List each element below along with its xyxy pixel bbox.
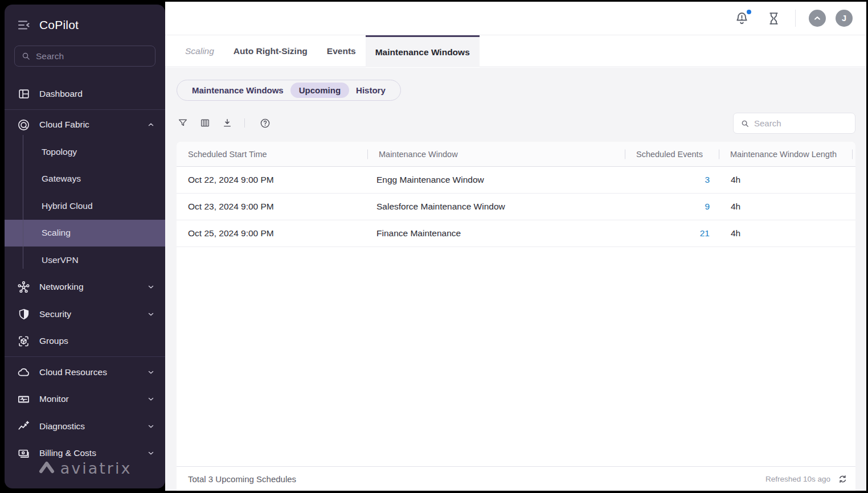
maintenance-windows-table: Scheduled Start Time Maintenance Window … xyxy=(177,142,855,466)
chevron-down-icon xyxy=(147,422,155,430)
networking-icon xyxy=(17,281,30,294)
sidebar-divider xyxy=(5,356,165,357)
sidebar-divider xyxy=(5,109,165,110)
filter-icon[interactable] xyxy=(178,118,188,128)
column-header-maintenance-window-length[interactable]: Maintenance Window Length xyxy=(719,150,855,159)
toolbar-divider xyxy=(244,118,245,128)
notification-dot xyxy=(746,9,752,15)
segment-upcoming[interactable]: Upcoming xyxy=(290,83,349,98)
table-toolbar xyxy=(178,115,282,131)
maintenance-segmented-control: Maintenance Windows Upcoming History xyxy=(177,80,401,101)
diagnostics-icon xyxy=(17,420,30,433)
sidebar-subitem-scaling[interactable]: Scaling xyxy=(5,220,165,247)
chevron-up-icon xyxy=(147,121,155,129)
cloud-icon xyxy=(17,365,30,379)
search-icon xyxy=(741,120,749,128)
scheduled-events-link[interactable]: 9 xyxy=(705,202,710,211)
sidebar-item-label: Cloud Resources xyxy=(39,367,138,377)
sidebar-nav: Dashboard Cloud Fabric Topology Gateways… xyxy=(5,80,165,467)
notifications-bell-icon[interactable] xyxy=(734,11,750,26)
scroll-top-button[interactable] xyxy=(809,10,826,27)
scheduled-events-link[interactable]: 3 xyxy=(705,175,710,184)
aviatrix-chevron-icon xyxy=(38,461,55,475)
sidebar-item-label: Cloud Fabric xyxy=(39,120,138,130)
sidebar-item-label: Diagnostics xyxy=(39,421,138,432)
column-header-scheduled-events[interactable]: Scheduled Events xyxy=(625,150,719,159)
sidebar-subitem-hybrid-cloud[interactable]: Hybrid Cloud xyxy=(5,192,165,220)
tab-bar: Scaling Auto Right-Sizing Events Mainten… xyxy=(165,35,866,67)
cell-start-time: Oct 23, 2024 9:00 PM xyxy=(177,202,367,212)
menu-collapse-icon[interactable] xyxy=(17,18,31,32)
subitem-label: Gateways xyxy=(42,174,81,184)
table-row[interactable]: Oct 23, 2024 9:00 PM Salesforce Maintena… xyxy=(177,194,855,220)
sidebar-item-monitor[interactable]: Monitor xyxy=(5,386,165,413)
refreshed-timestamp: Refreshed 10s ago xyxy=(765,475,830,483)
sidebar-item-cloud-fabric[interactable]: Cloud Fabric xyxy=(5,112,165,139)
sidebar-item-label: Monitor xyxy=(39,394,138,404)
chevron-up-icon xyxy=(813,14,822,23)
refresh-icon[interactable] xyxy=(838,474,847,484)
chevron-down-icon xyxy=(147,368,155,376)
table-body: Oct 22, 2024 9:00 PM Engg Maintenance Wi… xyxy=(177,167,855,247)
cell-window-name: Salesforce Maintenance Window xyxy=(367,202,625,212)
tasks-hourglass-icon[interactable] xyxy=(767,11,781,26)
tab-maintenance-windows[interactable]: Maintenance Windows xyxy=(366,35,480,67)
table-row[interactable]: Oct 25, 2024 9:00 PM Finance Maintenance… xyxy=(177,220,855,247)
sidebar-item-cloud-resources[interactable]: Cloud Resources xyxy=(5,359,165,386)
topbar-divider xyxy=(795,10,796,27)
subitem-label: Topology xyxy=(42,147,77,157)
column-header-scheduled-start-time[interactable]: Scheduled Start Time xyxy=(177,150,367,159)
main-area: J Scaling Auto Right-Sizing Events Maint… xyxy=(165,2,866,491)
chevron-down-icon xyxy=(147,310,155,318)
download-icon[interactable] xyxy=(222,118,232,128)
cell-window-name: Finance Maintenance xyxy=(367,228,625,239)
tab-events[interactable]: Events xyxy=(317,35,366,67)
column-header-maintenance-window[interactable]: Maintenance Window xyxy=(367,150,625,159)
dashboard-icon xyxy=(17,87,30,100)
app-title: CoPilot xyxy=(39,18,79,32)
sidebar-header: CoPilot xyxy=(5,5,165,36)
segment-maintenance-windows[interactable]: Maintenance Windows xyxy=(185,85,290,95)
sidebar-item-diagnostics[interactable]: Diagnostics xyxy=(5,413,165,440)
content-area: Maintenance Windows Upcoming History xyxy=(165,68,866,491)
copilot-window: CoPilot Dashboard Cloud Fabric xyxy=(0,0,868,493)
topbar: J xyxy=(165,2,866,35)
subitem-label: Hybrid Cloud xyxy=(42,201,93,211)
segment-history[interactable]: History xyxy=(349,85,392,95)
cell-start-time: Oct 22, 2024 9:00 PM xyxy=(177,175,367,185)
sidebar-item-networking[interactable]: Networking xyxy=(5,274,165,301)
sidebar-search-input[interactable] xyxy=(36,51,148,61)
table-row[interactable]: Oct 22, 2024 9:00 PM Engg Maintenance Wi… xyxy=(177,167,855,194)
sidebar-item-security[interactable]: Security xyxy=(5,301,165,328)
sidebar-item-label: Dashboard xyxy=(39,89,155,99)
subitem-label: Scaling xyxy=(42,228,71,238)
table-search-input[interactable] xyxy=(754,118,847,128)
sidebar-subitem-uservpn[interactable]: UserVPN xyxy=(5,246,165,274)
search-icon xyxy=(22,52,30,60)
columns-icon[interactable] xyxy=(200,118,210,128)
total-count-label: Total 3 Upcoming Schedules xyxy=(188,474,296,484)
sidebar-search[interactable] xyxy=(14,46,155,67)
table-search[interactable] xyxy=(733,113,855,134)
scheduled-events-link[interactable]: 21 xyxy=(700,228,710,238)
sidebar-item-dashboard[interactable]: Dashboard xyxy=(5,80,165,108)
table-header: Scheduled Start Time Maintenance Window … xyxy=(177,142,855,167)
tab-scaling[interactable]: Scaling xyxy=(175,35,224,67)
cloud-fabric-icon xyxy=(17,118,30,132)
sidebar-subitem-gateways[interactable]: Gateways xyxy=(5,166,165,193)
tab-auto-right-sizing[interactable]: Auto Right-Sizing xyxy=(224,35,317,67)
cell-window-length: 4h xyxy=(719,175,855,185)
help-icon[interactable] xyxy=(260,118,271,129)
sidebar-subitem-topology[interactable]: Topology xyxy=(5,138,165,166)
cell-start-time: Oct 25, 2024 9:00 PM xyxy=(177,228,367,239)
cloud-fabric-submenu: Topology Gateways Hybrid Cloud Scaling U… xyxy=(5,138,165,274)
sidebar: CoPilot Dashboard Cloud Fabric xyxy=(5,5,165,488)
sidebar-item-groups[interactable]: Groups xyxy=(5,328,165,355)
monitor-icon xyxy=(17,393,30,406)
aviatrix-logo: aviatrix xyxy=(5,455,165,480)
security-shield-icon xyxy=(17,307,30,321)
user-avatar[interactable]: J xyxy=(836,10,853,27)
chevron-down-icon xyxy=(147,283,155,291)
aviatrix-logo-text: aviatrix xyxy=(60,459,132,477)
chevron-down-icon xyxy=(147,395,155,403)
